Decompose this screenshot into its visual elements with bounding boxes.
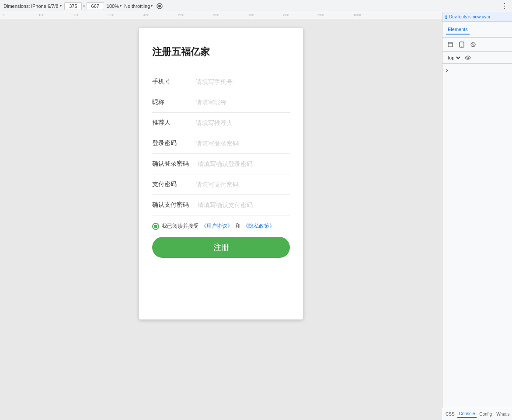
- referrer-label: 推荐人: [152, 119, 187, 127]
- pay-password-input[interactable]: [196, 181, 290, 188]
- ruler-mark: 400: [143, 13, 149, 17]
- ruler-mark: 300: [108, 13, 114, 17]
- tab-css[interactable]: CSS: [444, 411, 456, 417]
- ruler-mark: 600: [213, 13, 219, 17]
- login-password-label: 登录密码: [152, 139, 187, 147]
- confirm-login-password-label: 确认登录密码: [152, 160, 189, 168]
- more-options-icon[interactable]: ⋮: [501, 2, 509, 10]
- eye-icon[interactable]: [463, 53, 472, 62]
- ruler-mark: 100: [38, 13, 44, 17]
- ruler-mark: 900: [318, 13, 324, 17]
- form-title: 注册五福亿家: [152, 45, 290, 59]
- devtools-bottom-tabs: CSS Console Config What's: [442, 408, 512, 420]
- tab-whats[interactable]: What's: [495, 411, 511, 417]
- devtools-toolbar: Dimensions: iPhone 6/7/8 ▾ × 100% ▾ No t…: [0, 0, 512, 12]
- referrer-row: 推荐人: [152, 113, 290, 133]
- user-agreement-link[interactable]: 《用户协议》: [201, 222, 233, 230]
- confirm-login-password-row: 确认登录密码: [152, 154, 290, 174]
- inspect-icon[interactable]: [446, 40, 455, 49]
- notification-text: DevTools is now avai: [449, 14, 490, 19]
- throttle-chevron-icon: ▾: [151, 4, 153, 8]
- width-input[interactable]: [64, 2, 82, 10]
- devtools-panel-icons: [442, 38, 512, 52]
- circle-slash-icon[interactable]: [469, 40, 477, 49]
- privacy-policy-link[interactable]: 《隐私政策》: [243, 222, 275, 230]
- nickname-input[interactable]: [196, 99, 290, 106]
- throttle-selector[interactable]: No throttling ▾: [124, 3, 153, 9]
- radio-inner: [154, 225, 157, 228]
- confirm-pay-password-input[interactable]: [198, 201, 290, 208]
- referrer-input[interactable]: [196, 119, 290, 126]
- tab-console[interactable]: Console: [457, 410, 477, 418]
- ruler-mark: 800: [283, 13, 289, 17]
- panel-context: top: [442, 52, 512, 64]
- zoom-selector[interactable]: 100% ▾: [107, 3, 122, 9]
- dimension-separator: ×: [83, 3, 85, 9]
- form-fields: 手机号 昵称 推荐人 登录密码: [152, 72, 290, 215]
- page-content: 注册五福亿家 手机号 昵称 推荐人: [0, 19, 442, 420]
- svg-point-5: [461, 46, 462, 47]
- svg-point-1: [158, 5, 161, 7]
- zoom-label: 100%: [107, 3, 119, 9]
- tab-elements[interactable]: Elements: [446, 25, 470, 35]
- ruler-mark: 500: [178, 13, 184, 17]
- confirm-pay-password-row: 确认支付密码: [152, 195, 290, 215]
- login-password-row: 登录密码: [152, 133, 290, 154]
- panel-expand-arrow[interactable]: ›: [442, 64, 512, 76]
- device-toggle-icon[interactable]: [457, 40, 466, 49]
- agreement-prefix: 我已阅读并接受: [162, 222, 199, 230]
- ruler-mark: 0: [3, 13, 5, 17]
- ruler-mark: 700: [248, 13, 254, 17]
- confirm-pay-password-label: 确认支付密码: [152, 201, 189, 209]
- main-layout: 0 100 200 300 400 500 600 700 800 900 10…: [0, 12, 512, 420]
- browser-area: 0 100 200 300 400 500 600 700 800 900 10…: [0, 12, 442, 420]
- phone-label: 手机号: [152, 78, 187, 86]
- height-input[interactable]: [87, 2, 104, 10]
- toolbar-right: ⋮: [501, 2, 509, 10]
- info-icon: ℹ: [445, 14, 447, 20]
- agreement-row: 我已阅读并接受 《用户协议》 和 《隐私政策》: [152, 222, 290, 230]
- pay-password-row: 支付密码: [152, 174, 290, 195]
- screen-cast-icon[interactable]: [155, 2, 164, 10]
- svg-line-7: [472, 43, 475, 46]
- context-select[interactable]: top: [446, 55, 462, 61]
- devtools-panel: ℹ DevTools is now avai Elements: [442, 12, 512, 420]
- agreement-connector: 和: [235, 222, 240, 230]
- phone-row: 手机号: [152, 72, 290, 92]
- login-password-input[interactable]: [196, 140, 290, 147]
- dimension-inputs: ×: [64, 2, 104, 10]
- devtools-panel-tabs: Elements: [442, 22, 512, 38]
- tab-config[interactable]: Config: [477, 411, 494, 417]
- zoom-chevron-icon: ▾: [120, 4, 122, 8]
- phone-frame: 注册五福亿家 手机号 昵称 推荐人: [139, 28, 303, 319]
- device-label: Dimensions: iPhone 6/7/8: [3, 3, 58, 9]
- svg-point-8: [467, 57, 469, 59]
- register-button[interactable]: 注册: [152, 237, 290, 258]
- ruler-mark: 1000: [353, 13, 361, 17]
- throttle-label: No throttling: [124, 3, 150, 9]
- confirm-login-password-input[interactable]: [198, 160, 290, 167]
- horizontal-ruler: 0 100 200 300 400 500 600 700 800 900 10…: [0, 12, 442, 19]
- device-chevron-icon: ▾: [60, 4, 62, 8]
- devtools-notification: ℹ DevTools is now avai: [442, 12, 512, 22]
- ruler-marks: 0 100 200 300 400 500 600 700 800 900 10…: [3, 12, 439, 19]
- svg-rect-2: [448, 42, 453, 47]
- pay-password-label: 支付密码: [152, 180, 187, 188]
- toolbar-left: Dimensions: iPhone 6/7/8 ▾ × 100% ▾ No t…: [3, 2, 498, 10]
- agreement-radio[interactable]: [152, 223, 159, 230]
- device-selector[interactable]: Dimensions: iPhone 6/7/8 ▾: [3, 3, 62, 9]
- nickname-row: 昵称: [152, 92, 290, 113]
- phone-input[interactable]: [196, 78, 290, 85]
- ruler-mark: 200: [73, 13, 79, 17]
- nickname-label: 昵称: [152, 98, 187, 106]
